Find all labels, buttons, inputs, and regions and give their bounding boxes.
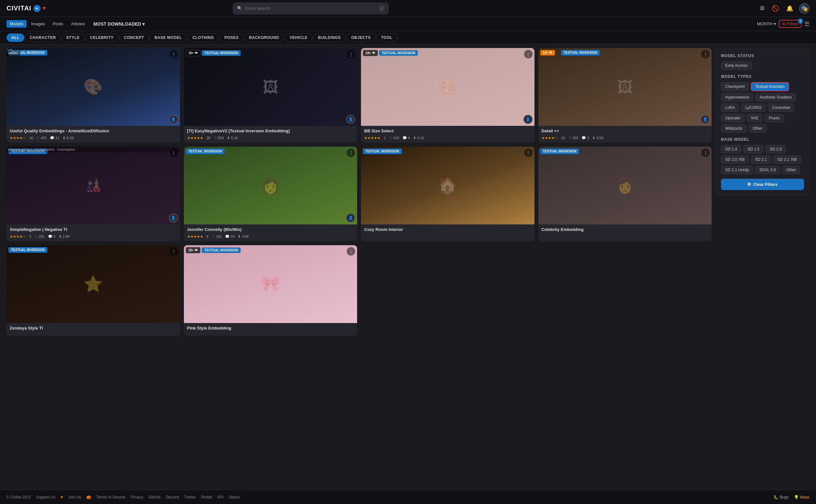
filter-sdxl09[interactable]: SDXL 0.9	[755, 166, 780, 174]
filter-checkpoint[interactable]: Checkpoint	[721, 82, 749, 91]
filter-vae[interactable]: VAE	[747, 114, 762, 122]
filter-textual-inversion[interactable]: Textual Inversion	[751, 82, 789, 91]
cat-base-model[interactable]: BASE MODEL	[150, 33, 187, 42]
filter-controlnet[interactable]: Controlnet	[768, 103, 794, 112]
model-card-5[interactable]: 🎎 TEXTUAL INVERSION ⋮ 👤 SimpleNegativeV2…	[6, 147, 180, 241]
cat-clothing[interactable]: CLOTHING	[187, 33, 219, 42]
card-3-menu[interactable]: ⋮	[524, 50, 533, 58]
card-3-star-count: 1	[384, 136, 386, 140]
cat-objects[interactable]: OBJECTS	[346, 33, 376, 42]
model-card-3[interactable]: 🎨 18+ 👁 TEXTUAL INVERSION ⋮ 👤 BB Size Se…	[361, 48, 534, 143]
footer-privacy[interactable]: Privacy	[130, 495, 143, 499]
model-card-4[interactable]: 🖼 13+ 👁 TEXTUAL INVERSION ⋮ 👤 Detail ++ …	[538, 48, 712, 143]
footer-github[interactable]: GitHub	[149, 495, 161, 499]
card-6-avatar: 👤	[346, 213, 355, 222]
card-7-menu[interactable]: ⋮	[524, 149, 533, 157]
logo-plus-icon[interactable]: +	[33, 5, 41, 12]
cat-poses[interactable]: POSES	[220, 33, 244, 42]
time-period-btn[interactable]: MONTH ▾	[757, 21, 776, 26]
card-9-title: Zendaya Style TI	[10, 326, 177, 331]
card-3-stats: ★★★★★ 1 ♡ 410 💬 4 ⬇ 4.1K	[364, 136, 531, 140]
filter-upscaler[interactable]: Upscaler	[721, 114, 745, 122]
nav-posts[interactable]: Posts	[50, 20, 67, 28]
cat-concept[interactable]: CONCEPT	[119, 33, 149, 42]
cat-vehicle[interactable]: VEHICLE	[285, 33, 313, 42]
model-card-9[interactable]: ⭐ TEXTUAL INVERSION ⋮ Zendaya Style TI	[6, 245, 180, 336]
filter-sd20-768[interactable]: SD 2.0 768	[721, 155, 749, 164]
filter-sd21-unclip[interactable]: SD 2.1 Unclip	[721, 166, 753, 174]
nav-models[interactable]: Models	[6, 20, 27, 28]
card-4-menu[interactable]: ⋮	[701, 50, 710, 58]
card-10-menu[interactable]: ⋮	[347, 247, 355, 256]
card-1-menu[interactable]: ⋮	[170, 50, 178, 58]
card-8-badge: TEXTUAL INVERSION	[540, 149, 579, 154]
clear-filters-btn[interactable]: ⚙ Clear Filters	[721, 179, 804, 190]
card-3-avatar: 👤	[523, 115, 533, 124]
model-card-2[interactable]: 🖼 18+ 👁 TEXTUAL INVERSION ⋮ 👤 [TI] EasyN…	[184, 48, 357, 143]
filter-badge: 1	[798, 18, 803, 24]
footer-join[interactable]: Join Us	[68, 495, 81, 499]
footer-status[interactable]: Status	[229, 495, 240, 499]
cat-style[interactable]: STYLE	[61, 33, 84, 42]
filter-sd14[interactable]: SD 1.4	[721, 145, 741, 153]
layout-menu-btn[interactable]: ☰	[804, 20, 810, 28]
filter-sd21-768[interactable]: SD 2.1 768	[773, 155, 801, 164]
footer-discord[interactable]: Discord	[166, 495, 179, 499]
base-model-chips: SD 1.4 SD 1.5 SD 2.0 SD 2.0 768 SD 2.1 S…	[721, 145, 804, 174]
search-bar[interactable]: 🔍 /	[233, 3, 389, 14]
card-8-menu[interactable]: ⋮	[701, 149, 710, 157]
filter-aesthetic-gradient[interactable]: Aesthetic Gradient	[755, 93, 796, 102]
card-image-4: 🖼 13+ 👁 TEXTUAL INVERSION ⋮ 👤	[538, 48, 712, 126]
logo[interactable]: CIVITAI + ♥	[6, 5, 46, 12]
cat-character[interactable]: CHARACTER	[25, 33, 61, 42]
sort-dropdown[interactable]: MOST DOWNLOADED ▾	[93, 21, 145, 27]
logo-heart-icon[interactable]: ♥	[42, 5, 46, 12]
filter-other-base[interactable]: Other	[782, 166, 800, 174]
footer-support[interactable]: Support Us	[36, 495, 55, 499]
filter-early-access[interactable]: Early Access	[721, 61, 752, 70]
footer-api[interactable]: API	[217, 495, 223, 499]
filter-hypernetwork[interactable]: Hypernetwork	[721, 93, 753, 102]
card-9-menu[interactable]: ⋮	[170, 247, 178, 256]
card-image-3: 🎨 18+ 👁 TEXTUAL INVERSION ⋮ 👤	[361, 48, 534, 126]
monitor-icon-btn[interactable]: 🖥	[758, 4, 766, 13]
footer-twitter[interactable]: Twitter	[184, 495, 196, 499]
card-2-body: [TI] EasyNegativeV2 [Textual Inversion E…	[184, 126, 357, 143]
model-card-8[interactable]: 👩 TEXTUAL INVERSION ⋮ Celebrity Embeddin…	[538, 147, 712, 241]
notifications-icon-btn[interactable]: 🔔	[785, 4, 795, 13]
footer-terms[interactable]: Terms of Service	[96, 495, 125, 499]
footer-reddit[interactable]: Reddit	[201, 495, 212, 499]
nav-articles[interactable]: Articles	[68, 20, 88, 28]
card-1-stats: ★★★★☆ 16 ♡ 425 💬 11 ⬇ 8.1K	[10, 136, 177, 140]
filter-btn[interactable]: ⚙ Filters 1	[779, 20, 802, 28]
cat-all[interactable]: ALL	[6, 33, 24, 42]
card-2-downloads: ⬇ 5.1K	[227, 136, 238, 140]
footer-bugs[interactable]: 🐛 Bugs	[774, 495, 788, 499]
visibility-icon-btn[interactable]: 🚫	[771, 4, 780, 13]
model-card-6[interactable]: 👩 TEXTUAL INVERSION ⋮ 👤 Jennifer Connell…	[184, 147, 357, 241]
filter-sd21[interactable]: SD 2.1	[751, 155, 771, 164]
footer-ideas[interactable]: 💡 Ideas	[794, 495, 810, 499]
cat-background[interactable]: BACKGROUND	[244, 33, 284, 42]
model-card-10[interactable]: 🎀 18+ 👁 TEXTUAL INVERSION ⋮ Pink Style E…	[184, 245, 357, 336]
nav-images[interactable]: Images	[28, 20, 48, 28]
card-6-menu[interactable]: ⋮	[347, 149, 355, 157]
search-input[interactable]	[245, 6, 377, 11]
model-card-1[interactable]: ');"> 🎨 TEXTUAL INVERSION ⋮ 👤 aid291 Use…	[6, 48, 180, 143]
cat-buildings[interactable]: BUILDINGS	[313, 33, 346, 42]
filter-wildcards[interactable]: Wildcards	[721, 124, 747, 133]
filter-sd20[interactable]: SD 2.0	[765, 145, 786, 153]
card-2-avatar: 👤	[346, 115, 355, 124]
filter-lycoris[interactable]: LyCORIS	[741, 103, 766, 112]
card-10-title: Pink Style Embedding	[187, 326, 354, 331]
user-avatar[interactable]: 🎭	[799, 3, 810, 14]
card-2-menu[interactable]: ⋮	[347, 50, 355, 58]
filter-sd15[interactable]: SD 1.5	[743, 145, 764, 153]
cat-celebrity[interactable]: CELEBRITY	[85, 33, 119, 42]
cat-tool[interactable]: TOOL	[376, 33, 397, 42]
model-card-7[interactable]: 🏠 TEXTUAL INVERSION ⋮ Cozy Room Interior	[361, 147, 534, 241]
filter-poses[interactable]: Poses	[764, 114, 784, 122]
card-4-stars: ★★★★☆	[542, 136, 558, 140]
filter-other-type[interactable]: Other	[749, 124, 767, 133]
filter-lora[interactable]: LoRA	[721, 103, 739, 112]
